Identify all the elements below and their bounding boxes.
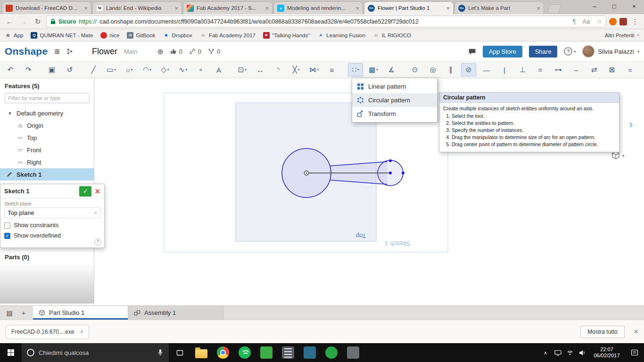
tab-download-freecad[interactable]: Download - FreeCAD D... × bbox=[2, 1, 91, 14]
equal-constraint-icon[interactable]: = bbox=[533, 63, 548, 76]
close-download-bar-icon[interactable]: × bbox=[634, 328, 638, 336]
view-cube-menu[interactable]: ▾ bbox=[611, 151, 624, 160]
trim-tool-icon[interactable]: ╳ ▾ bbox=[289, 63, 304, 76]
tree-item-origin[interactable]: ◎ Origin bbox=[0, 119, 94, 132]
bookmark-dropbox[interactable]: ◆ Dropbox bbox=[163, 32, 192, 39]
bookmark-fab-academy-2017[interactable]: ▤ Fab Academy 2017 bbox=[200, 32, 256, 39]
rectangle-tool-icon[interactable]: ▭ ▾ bbox=[104, 63, 119, 76]
tree-item-sketch-1[interactable]: Sketch 1 bbox=[0, 168, 94, 181]
tangent-constraint-icon[interactable]: ⊘ bbox=[461, 63, 476, 76]
reload-icon[interactable]: ↻ bbox=[32, 17, 43, 26]
bookmark-qumran-net[interactable]: Q QUMRAN NET - Mate bbox=[31, 32, 93, 39]
horizontal-constraint-icon[interactable]: ― bbox=[479, 63, 494, 76]
tab-part-studio-1[interactable]: Part Studio 1 bbox=[33, 306, 128, 320]
dimension-tool-icon[interactable]: ↔ bbox=[253, 63, 268, 76]
spline-tool-icon[interactable]: ∿ ▾ bbox=[175, 63, 190, 76]
offset-tool-icon[interactable]: ≡ bbox=[324, 63, 339, 76]
show-constraints-row[interactable]: Show constraints bbox=[4, 222, 100, 229]
maximize-button[interactable]: □ bbox=[604, 0, 624, 13]
point-tool-icon[interactable]: ∘ bbox=[193, 63, 208, 76]
public-globe-icon[interactable]: ⊕ bbox=[157, 47, 163, 56]
bookmark-star-icon[interactable]: ☆ bbox=[596, 18, 602, 25]
chevron-down-icon[interactable]: ▾ bbox=[245, 68, 247, 72]
coincident-constraint-icon[interactable]: ⊙ bbox=[407, 63, 422, 76]
tab-close-ic[interactable]: × bbox=[84, 5, 88, 11]
forks-stat[interactable]: 0 bbox=[208, 48, 220, 55]
chevron-down-icon[interactable]: ▾ bbox=[376, 68, 378, 72]
versions-icon[interactable] bbox=[66, 48, 73, 55]
chat-icon[interactable] bbox=[468, 48, 476, 55]
text-tool-icon[interactable]: A bbox=[211, 63, 226, 76]
clock[interactable]: 22:07 06/02/2017 bbox=[588, 346, 625, 359]
cortana-search-box[interactable]: Chiedimi qualcosa bbox=[22, 343, 169, 362]
tab-close-ic[interactable]: × bbox=[265, 5, 269, 11]
fillet-tool-icon[interactable]: ◝ bbox=[271, 63, 286, 76]
browser-menu-icon[interactable]: ⋮ bbox=[630, 17, 640, 26]
task-view-button[interactable] bbox=[169, 343, 190, 362]
chevron-down-icon[interactable]: ▾ bbox=[186, 68, 188, 72]
download-options-icon[interactable]: ∧ bbox=[80, 329, 83, 335]
bookmark-talking-hands[interactable]: R "Talking Hands" bbox=[263, 32, 310, 39]
bookmark-il-rigioco[interactable]: ▤ IL RIGIOCO bbox=[373, 32, 411, 39]
tab-close-ic[interactable]: × bbox=[174, 5, 178, 11]
hamburger-menu-icon[interactable]: ≡ bbox=[54, 46, 60, 57]
chevron-down-icon[interactable]: ▾ bbox=[131, 68, 133, 72]
chevron-down-icon[interactable]: ▾ bbox=[7, 111, 13, 116]
action-center-icon[interactable] bbox=[625, 343, 644, 362]
tab-flower-part-studio[interactable]: On Flower | Part Studio 1 × bbox=[364, 1, 454, 14]
plane-label[interactable]: Top bbox=[356, 232, 366, 239]
tab-close-ic[interactable]: × bbox=[355, 5, 359, 11]
tangent-arc-constraint-icon[interactable]: ⌣ bbox=[569, 63, 584, 76]
vertical-constraint-icon[interactable]: | bbox=[497, 63, 512, 76]
chevron-down-icon[interactable]: ▾ bbox=[317, 68, 319, 72]
sketch-name-label[interactable]: Sketch 1 bbox=[384, 240, 410, 247]
app-icon-green-square[interactable] bbox=[256, 343, 277, 362]
translate-icon[interactable]: Aa bbox=[582, 18, 590, 25]
links-stat[interactable]: 0 bbox=[189, 48, 201, 55]
tree-item-top[interactable]: ▭ Top bbox=[0, 132, 94, 144]
mirror-tool-icon[interactable]: ⋈ ▾ bbox=[306, 63, 322, 76]
undo-icon[interactable]: ↶ bbox=[3, 63, 18, 76]
add-tab-button[interactable]: + bbox=[18, 309, 29, 317]
chevron-down-icon[interactable]: ▾ bbox=[114, 68, 116, 72]
notes-app-icon[interactable] bbox=[277, 343, 299, 362]
parallel-constraint-icon[interactable]: ∥ bbox=[443, 63, 458, 76]
slot-tool-icon[interactable]: ⊡ ▾ bbox=[235, 63, 250, 76]
download-item[interactable]: FreeCAD-0.16.670....exe ∧ bbox=[6, 325, 89, 339]
fix-constraint-icon[interactable]: ⊠ bbox=[604, 63, 619, 76]
reader-mode-icon[interactable]: ¶ bbox=[572, 18, 576, 25]
perpendicular-constraint-icon[interactable]: ⊥ bbox=[515, 63, 530, 76]
extension-icon-2[interactable] bbox=[619, 18, 627, 25]
arc-tool-icon[interactable]: ◠ ▾ bbox=[140, 63, 155, 76]
chevron-down-icon[interactable]: ▾ bbox=[298, 68, 300, 72]
tab-lets-make-a-part[interactable]: On Let's Make a Part × bbox=[454, 1, 544, 14]
minimize-button[interactable]: – bbox=[585, 0, 604, 13]
tree-item-right[interactable]: ▭ Right bbox=[0, 156, 94, 168]
bookmark-learning-fusion[interactable]: A Learning Fusion bbox=[317, 32, 365, 39]
construction-toggle-icon[interactable]: ≈ bbox=[622, 63, 637, 76]
app-icon-green-circle[interactable] bbox=[321, 343, 342, 362]
workspace-name[interactable]: Main bbox=[124, 48, 137, 55]
confirm-button[interactable]: ✓ bbox=[79, 186, 91, 197]
remove-selection-icon[interactable]: × bbox=[93, 209, 97, 216]
help-icon[interactable]: ? bbox=[94, 239, 101, 246]
file-explorer-icon[interactable] bbox=[190, 343, 212, 362]
manage-tabs-icon[interactable]: ▤ bbox=[4, 309, 15, 317]
start-button[interactable] bbox=[0, 343, 22, 362]
sketch-point[interactable] bbox=[389, 172, 392, 174]
extension-icon-1[interactable] bbox=[609, 18, 617, 25]
features-filter-input[interactable] bbox=[5, 93, 90, 103]
menu-item-linear-pattern[interactable]: Linear pattern bbox=[352, 80, 437, 93]
close-button[interactable]: × bbox=[624, 0, 644, 13]
microphone-icon[interactable] bbox=[157, 349, 164, 356]
bookmark-apps[interactable]: ▦ App bbox=[5, 32, 23, 39]
back-icon[interactable]: ← bbox=[4, 17, 15, 25]
chevron-down-icon[interactable]: ▾ bbox=[150, 68, 152, 72]
polygon-tool-icon[interactable]: ◇ ▾ bbox=[157, 63, 173, 76]
chevron-down-icon[interactable]: ▾ bbox=[167, 68, 169, 72]
symmetric-constraint-icon[interactable]: ⇄ bbox=[586, 63, 602, 76]
chevron-down-icon[interactable]: ▾ bbox=[357, 68, 359, 72]
sketch-point[interactable] bbox=[389, 159, 392, 162]
show-overdefined-row[interactable]: ✓ Show overdefined bbox=[4, 232, 100, 239]
sketch-plane-field[interactable]: Top plane × bbox=[4, 207, 100, 218]
